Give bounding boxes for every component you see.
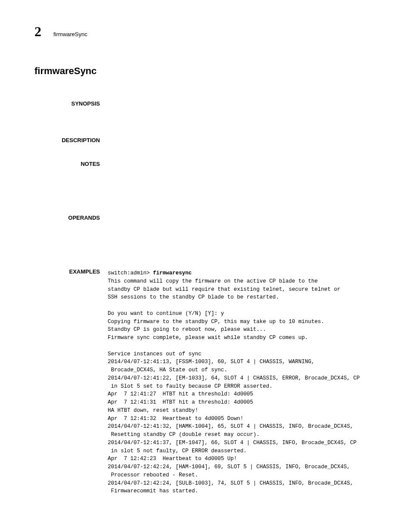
synopsis-content: [108, 100, 377, 107]
description-label: DESCRIPTION: [34, 137, 108, 143]
section-operands: OPERANDS: [34, 215, 377, 221]
examples-label: EXAMPLES: [34, 268, 108, 495]
notes-label: NOTES: [34, 161, 108, 167]
example-prompt: switch:admin>: [108, 270, 153, 276]
operands-content: [108, 215, 377, 221]
page-header: 2 firmwareSync: [34, 24, 377, 40]
description-content: [108, 137, 377, 143]
section-notes: NOTES: [34, 161, 377, 167]
section-synopsis: SYNOPSIS: [34, 100, 377, 107]
example-code-block: switch:admin> firmwaresync This command …: [108, 269, 377, 495]
running-title: firmwareSync: [53, 31, 87, 37]
example-command: firmwaresync: [153, 270, 192, 276]
main-heading: firmwareSync: [34, 65, 377, 77]
notes-content: [108, 161, 377, 167]
section-description: DESCRIPTION: [34, 137, 377, 143]
operands-label: OPERANDS: [34, 215, 108, 221]
chapter-number: 2: [34, 24, 41, 40]
examples-content: switch:admin> firmwaresync This command …: [108, 268, 377, 495]
synopsis-label: SYNOPSIS: [34, 100, 108, 107]
example-body: This command will copy the firmware on t…: [108, 278, 360, 495]
section-examples: EXAMPLES switch:admin> firmwaresync This…: [34, 268, 377, 495]
